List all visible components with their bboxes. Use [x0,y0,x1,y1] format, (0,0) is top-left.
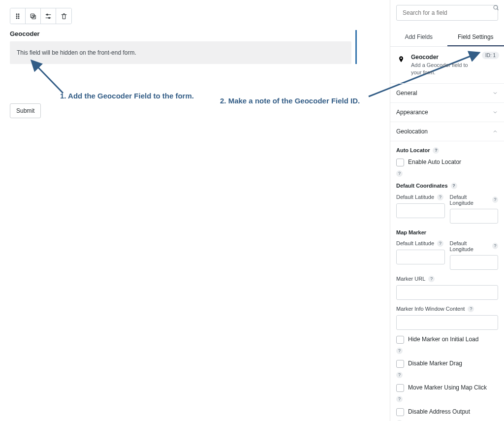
annotation-step1: 1. Add the Geocoder Field to the form. [60,92,194,100]
marker-default-lat-input[interactable] [396,250,445,264]
marker-default-lng-label: Default Longitude [450,240,489,252]
section-appearance[interactable]: Appearance [390,103,504,122]
section-general-label: General [396,90,417,97]
drag-handle-button[interactable] [10,8,26,24]
default-coordinates-group: Default Coordinates ? [396,183,498,189]
map-marker-group: Map Marker [396,229,498,235]
help-icon[interactable]: ? [492,243,498,249]
section-geolocation[interactable]: Geolocation [390,122,504,141]
tab-add-fields[interactable]: Add Fields [390,29,447,46]
hide-marker-checkbox[interactable] [396,336,404,344]
field-info-desc: Add a Geocoder field to your form. [411,62,475,76]
disable-address-label: Disable Address Output [408,408,470,415]
svg-point-3 [18,16,19,17]
geocoder-field-block[interactable]: Geocoder This field will be hidden on th… [10,30,357,64]
auto-locator-group: Auto Locator ? [396,147,498,154]
marker-url-input[interactable] [396,285,498,300]
svg-point-5 [18,18,19,19]
enable-auto-locator-label: Enable Auto Locator [408,159,461,165]
form-canvas: Geocoder This field will be hidden on th… [0,0,390,421]
svg-line-19 [497,9,499,10]
submit-button[interactable]: Submit [10,103,41,118]
field-search-wrap [390,0,504,26]
duplicate-icon [29,12,37,20]
default-lat-label: Default Latitude [396,194,434,200]
move-marker-checkbox[interactable] [396,384,404,392]
help-icon[interactable]: ? [451,183,457,189]
marker-url-label: Marker URL [396,276,425,282]
tab-field-settings[interactable]: Field Settings [447,29,504,46]
field-info-name: Geocoder [411,54,475,61]
chevron-down-icon [492,109,498,115]
chevron-up-icon [492,129,498,134]
sliders-icon [44,12,52,20]
trash-icon [60,12,68,20]
search-icon [492,4,500,11]
help-icon[interactable]: ? [437,194,443,200]
marker-default-lat-label: Default Latitude [396,240,434,246]
annotation-step2: 2. Make a note of the Geocoder Field ID. [220,97,360,105]
section-geolocation-label: Geolocation [396,128,428,135]
field-title: Geocoder [10,30,351,37]
help-icon[interactable]: ? [396,170,403,177]
help-icon[interactable]: ? [433,147,439,154]
pin-icon [396,55,406,65]
svg-point-18 [494,5,498,9]
disable-address-checkbox[interactable] [396,408,404,416]
svg-point-0 [16,14,17,15]
help-icon[interactable]: ? [468,306,474,312]
settings-sidebar: Add Fields Field Settings Geocoder Add a… [390,0,504,421]
move-marker-label: Move Marker Using Map Click [408,384,487,391]
help-icon[interactable]: ? [437,240,443,247]
help-icon[interactable]: ? [396,396,403,402]
delete-button[interactable] [56,8,71,24]
drag-icon [14,12,22,20]
disable-drag-label: Disable Marker Drag [408,360,462,367]
help-icon[interactable]: ? [428,276,435,282]
help-icon[interactable]: ? [492,196,498,203]
field-info-card: Geocoder Add a Geocoder field to your fo… [390,47,504,84]
sidebar-tabs: Add Fields Field Settings [390,29,504,47]
marker-info-input[interactable] [396,315,498,330]
settings-button[interactable] [41,8,56,24]
svg-point-2 [16,16,17,17]
field-search-input[interactable] [396,5,498,21]
enable-auto-locator-checkbox[interactable] [396,159,404,166]
svg-point-1 [18,14,19,15]
default-lng-input[interactable] [450,209,499,224]
disable-drag-checkbox[interactable] [396,360,404,368]
help-icon[interactable]: ? [396,348,403,354]
field-toolbar [10,8,72,24]
hide-marker-label: Hide Marker on Initial Load [408,336,478,343]
svg-point-4 [16,18,17,19]
section-appearance-label: Appearance [396,109,428,116]
geolocation-panel: Auto Locator ? Enable Auto Locator ? Def… [390,141,504,421]
field-id-chip: ID: 1 [482,52,499,59]
field-hidden-note: This field will be hidden on the front-e… [10,41,351,64]
duplicate-button[interactable] [26,8,41,24]
section-general[interactable]: General [390,84,504,103]
default-lat-input[interactable] [396,203,445,218]
chevron-down-icon [492,90,498,96]
marker-default-lng-input[interactable] [450,255,499,270]
svg-line-15 [32,62,63,93]
marker-info-label: Marker Info Window Content [396,306,465,312]
help-icon[interactable]: ? [396,372,403,378]
default-lng-label: Default Longitude [450,194,489,206]
